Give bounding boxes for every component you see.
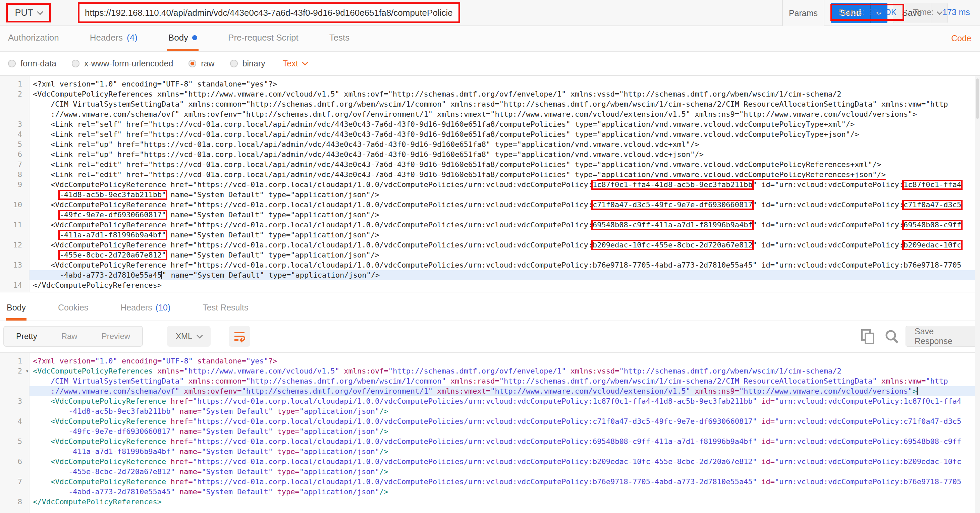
response-tab-body[interactable]: Body: [6, 297, 27, 321]
tab-label: Authorization: [8, 33, 59, 43]
tab-label: Pre-request Script: [228, 33, 299, 43]
radio-raw[interactable]: raw: [188, 59, 214, 68]
line-number: [0, 109, 30, 119]
code-text: -49fc-9e7e-df6930660817" name="System De…: [30, 427, 980, 437]
annotation-box: b209edac-10fc-455e-8cbc-2d720a67e812: [593, 241, 752, 249]
view-preview[interactable]: Preview: [89, 327, 142, 346]
code-line: 6 <VdcComputePolicyReference href="https…: [0, 457, 980, 467]
radio-label: raw: [201, 59, 214, 68]
format-label: Text: [283, 59, 298, 68]
line-number: 7: [0, 477, 30, 487]
line-number: [0, 190, 30, 200]
code-text: -411a-a7d1-f81996b9a4bf" name="System De…: [30, 446, 980, 457]
line-number: 5: [0, 140, 30, 149]
code-line: 2▾<VdcComputePolicyReferences xmlns="htt…: [0, 366, 980, 376]
code-line: /CIM_VirtualSystemSettingData" xmlns:com…: [0, 376, 980, 386]
code-line: 4 <VdcComputePolicyReference href="https…: [0, 416, 980, 427]
scrollbar-thumb[interactable]: [976, 78, 979, 119]
tab-body[interactable]: Body: [167, 26, 199, 51]
line-number: 1: [0, 79, 30, 89]
code-line: -455e-8cbc-2d720a67e812" name="System De…: [0, 250, 980, 260]
radio-binary[interactable]: binary: [230, 59, 265, 68]
save-response-button[interactable]: Save Response: [905, 326, 980, 347]
radio-x-www-form-urlencoded[interactable]: x-www-form-urlencoded: [72, 59, 173, 68]
chevron-down-icon: [37, 9, 43, 15]
chevron-down-icon: [302, 59, 308, 65]
vertical-scrollbar[interactable]: [975, 76, 980, 513]
line-number: 6: [0, 457, 30, 467]
line-number: 2: [0, 89, 30, 99]
code-line: -455e-8cbc-2d720a67e812" name="System De…: [0, 467, 980, 477]
tab-tests[interactable]: Tests: [328, 26, 351, 51]
response-tab-test-results[interactable]: Test Results: [202, 297, 249, 321]
annotation-box: 69548b08-c9ff: [904, 221, 961, 229]
line-number: 10: [0, 200, 30, 210]
code-line: -411a-a7d1-f81996b9a4bf" name="System De…: [0, 230, 980, 240]
code-text: <?xml version="1.0" encoding="UTF-8" sta…: [30, 356, 980, 366]
code-line: ://www.vmware.com/schema/ovf" xmlns:ovfe…: [0, 109, 980, 119]
radio-form-data[interactable]: form-data: [8, 59, 56, 68]
annotation-box: c71f0a47-d3c5: [904, 200, 961, 209]
tab-authorization[interactable]: Authorization: [7, 26, 60, 51]
tab-pre-request-script[interactable]: Pre-request Script: [227, 26, 300, 51]
response-body-viewer[interactable]: 1<?xml version="1.0" encoding="UTF-8" st…: [0, 352, 980, 513]
code-text: <VdcComputePolicyReference href="https:/…: [30, 457, 980, 467]
response-tab-headers[interactable]: Headers(10): [120, 297, 171, 321]
search-button[interactable]: [884, 329, 899, 346]
method-dropdown[interactable]: PUT: [6, 3, 51, 22]
annotation-box: -455e-8cbc-2d720a67e812": [59, 251, 166, 259]
code-line: 3 <Link rel="self" href="https://vcd-01a…: [0, 119, 980, 129]
line-number: 12: [0, 240, 30, 250]
code-text: /CIM_VirtualSystemSettingData" xmlns:com…: [30, 99, 980, 109]
copy-button[interactable]: [861, 329, 875, 346]
line-number: 11: [0, 220, 30, 230]
tab-headers[interactable]: Headers(4): [89, 26, 139, 51]
code-line: 6 <Link rel="up" href="https://vcd-01a.c…: [0, 149, 980, 160]
tab-label: Tests: [329, 33, 350, 43]
save-response-label: Save Response: [915, 327, 971, 346]
raw-format-dropdown[interactable]: Text: [283, 59, 307, 68]
line-number: 5: [0, 437, 30, 446]
line-number: [0, 467, 30, 477]
line-number: [0, 446, 30, 457]
line-number: [0, 376, 30, 386]
code-text: <Link rel="up" href="https://vcd-01a.cor…: [30, 140, 980, 149]
status-label: Status:: [838, 7, 864, 17]
code-line: 2<VdcComputePolicyReferences xmlns="http…: [0, 89, 980, 99]
request-body-editor[interactable]: 1<?xml version="1.0" encoding="UTF-8" st…: [0, 76, 980, 292]
code-line: /CIM_VirtualSystemSettingData" xmlns:com…: [0, 99, 980, 109]
code-line: 8</VdcComputePolicyReferences>: [0, 497, 980, 507]
response-format-dropdown[interactable]: XML: [167, 326, 211, 347]
radio-icon: [72, 60, 80, 67]
radio-label: binary: [242, 59, 265, 68]
code-text: ://www.vmware.com/schema/ovf" xmlns:ovfe…: [30, 386, 980, 396]
response-toolbar: PrettyRawPreview XML Save Response: [0, 321, 980, 352]
params-button[interactable]: Params: [782, 0, 824, 26]
line-number: 7: [0, 160, 30, 170]
code-text: <VdcComputePolicyReference href="https:/…: [30, 240, 980, 250]
code-text: <Link rel="edit" href="https://vcd-01a.c…: [30, 170, 980, 180]
annotation-box: 1c87f0c1-ffa4-41d8-ac5b-9ec3fab211bb: [593, 180, 752, 189]
code-line: 10 <VdcComputePolicyReference href="http…: [0, 200, 980, 210]
code-text: <VdcComputePolicyReference href="https:/…: [30, 180, 980, 190]
code-line: -41d8-ac5b-9ec3fab211bb" name="System De…: [0, 190, 980, 200]
code-line: -49fc-9e7e-df6930660817" name="System De…: [0, 210, 980, 220]
response-tab-cookies[interactable]: Cookies: [57, 297, 89, 321]
line-number: 3: [0, 396, 30, 407]
wrap-text-icon: [233, 330, 246, 343]
annotation-box: 1c87f0c1-ffa4: [904, 180, 961, 189]
code-text: <?xml version="1.0" encoding="UTF-8" sta…: [30, 79, 980, 89]
code-text: -41d8-ac5b-9ec3fab211bb" name="System De…: [30, 407, 980, 416]
line-number: 4: [0, 129, 30, 140]
code-link[interactable]: Code: [951, 33, 971, 43]
wrap-text-button[interactable]: [229, 326, 250, 347]
response-view-switcher: PrettyRawPreview: [3, 326, 143, 347]
line-number: [0, 250, 30, 260]
code-text: -455e-8cbc-2d720a67e812" name="System De…: [30, 250, 980, 260]
fold-caret-icon[interactable]: ▾: [25, 366, 29, 376]
view-raw[interactable]: Raw: [49, 327, 89, 346]
code-line: 7 <VdcComputePolicyReference href="https…: [0, 477, 980, 487]
url-input[interactable]: [80, 8, 458, 18]
code-line: 1<?xml version="1.0" encoding="UTF-8" st…: [0, 356, 980, 366]
view-pretty[interactable]: Pretty: [4, 327, 49, 346]
